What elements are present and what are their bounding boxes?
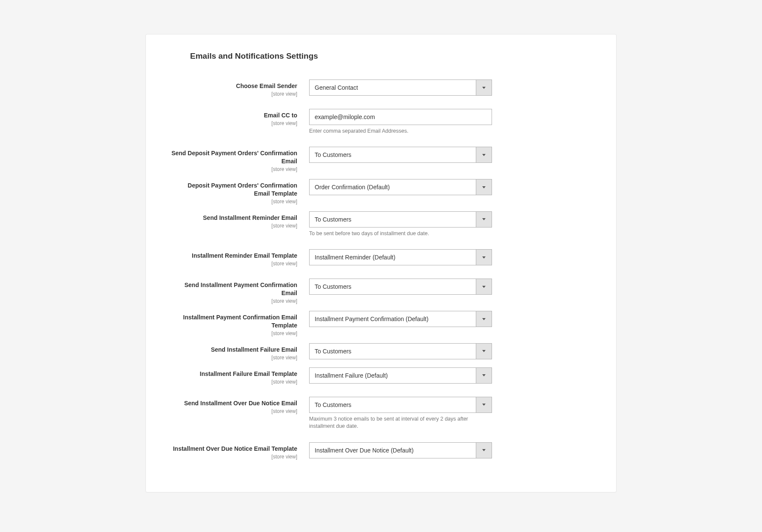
row-installment-failure-template: Installment Failure Email Template [stor… [171,367,591,385]
label-installment-reminder-template: Installment Reminder Email Template [192,252,297,259]
row-installment-overdue-template: Installment Over Due Notice Email Templa… [171,442,591,460]
scope-label: [store view] [171,330,297,336]
label-col: Send Deposit Payment Orders' Confirmatio… [171,147,309,172]
scope-label: [store view] [171,166,297,172]
label-installment-failure-send: Send Installment Failure Email [211,346,297,353]
field-col: To Customers [309,343,492,359]
select-installment-overdue-send[interactable]: To Customers [309,397,492,413]
row-deposit-confirm-send: Send Deposit Payment Orders' Confirmatio… [171,147,591,172]
help-installment-reminder: To be sent before two days of installmen… [309,230,492,238]
field-col: To Customers To be sent before two days … [309,211,492,238]
select-installment-payment-confirm-send[interactable]: To Customers [309,279,492,295]
settings-panel: Emails and Notifications Settings Choose… [145,34,617,492]
scope-label: [store view] [171,379,297,385]
label-col: Send Installment Reminder Email [store v… [171,211,309,229]
label-email-sender: Choose Email Sender [236,83,297,89]
select-deposit-confirm-send[interactable]: To Customers [309,147,492,163]
input-email-cc[interactable] [309,109,492,125]
field-col: To Customers [309,279,492,295]
help-installment-overdue: Maximum 3 notice emails to be sent at in… [309,415,492,430]
row-installment-payment-confirm-send: Send Installment Payment Confirmation Em… [171,279,591,304]
select-installment-reminder-template-control[interactable]: Installment Reminder (Default) [309,249,492,265]
label-col: Installment Failure Email Template [stor… [171,367,309,385]
row-installment-reminder-template: Installment Reminder Email Template [sto… [171,249,591,267]
label-col: Installment Reminder Email Template [sto… [171,249,309,267]
select-deposit-confirm-template[interactable]: Order Confirmation (Default) [309,179,492,195]
field-col: To Customers Maximum 3 notice emails to … [309,397,492,430]
select-installment-reminder-send[interactable]: To Customers [309,211,492,228]
select-email-sender[interactable]: General Contact [309,80,492,96]
scope-label: [store view] [171,261,297,267]
scope-label: [store view] [171,408,297,414]
row-deposit-confirm-template: Deposit Payment Orders' Confirmation Ema… [171,179,591,205]
label-installment-reminder-send: Send Installment Reminder Email [203,214,297,221]
field-col: General Contact [309,80,492,96]
field-col: Installment Over Due Notice (Default) [309,442,492,458]
label-col: Choose Email Sender [store view] [171,80,309,97]
select-installment-overdue-template-control[interactable]: Installment Over Due Notice (Default) [309,442,492,458]
label-installment-payment-confirm-send: Send Installment Payment Confirmation Em… [185,282,297,296]
label-col: Installment Over Due Notice Email Templa… [171,442,309,460]
label-col: Email CC to [store view] [171,109,309,126]
label-deposit-confirm-send: Send Deposit Payment Orders' Confirmatio… [171,150,297,165]
field-col: Installment Reminder (Default) [309,249,492,265]
select-installment-overdue-send-control[interactable]: To Customers [309,397,492,413]
label-col: Deposit Payment Orders' Confirmation Ema… [171,179,309,205]
row-installment-overdue-send: Send Installment Over Due Notice Email [… [171,397,591,430]
select-installment-payment-confirm-template-control[interactable]: Installment Payment Confirmation (Defaul… [309,311,492,327]
section-title: Emails and Notifications Settings [171,51,591,61]
select-installment-payment-confirm-template[interactable]: Installment Payment Confirmation (Defaul… [309,311,492,327]
label-deposit-confirm-template: Deposit Payment Orders' Confirmation Ema… [188,182,297,197]
scope-label: [store view] [171,91,297,97]
field-col: Installment Failure (Default) [309,367,492,384]
label-col: Installment Payment Confirmation Email T… [171,311,309,336]
select-installment-reminder-template[interactable]: Installment Reminder (Default) [309,249,492,265]
select-deposit-confirm-send-control[interactable]: To Customers [309,147,492,163]
scope-label: [store view] [171,355,297,361]
select-installment-failure-template[interactable]: Installment Failure (Default) [309,367,492,384]
label-col: Send Installment Failure Email [store vi… [171,343,309,361]
row-email-sender: Choose Email Sender [store view] General… [171,80,591,97]
select-installment-failure-template-control[interactable]: Installment Failure (Default) [309,367,492,384]
field-col: Installment Payment Confirmation (Defaul… [309,311,492,327]
select-deposit-confirm-template-control[interactable]: Order Confirmation (Default) [309,179,492,195]
select-email-sender-control[interactable]: General Contact [309,80,492,96]
field-col: Order Confirmation (Default) [309,179,492,195]
select-installment-overdue-template[interactable]: Installment Over Due Notice (Default) [309,442,492,458]
scope-label: [store view] [171,454,297,460]
select-installment-failure-send-control[interactable]: To Customers [309,343,492,359]
label-installment-failure-template: Installment Failure Email Template [200,370,297,377]
label-installment-payment-confirm-template: Installment Payment Confirmation Email T… [183,314,297,329]
row-installment-failure-send: Send Installment Failure Email [store vi… [171,343,591,361]
select-installment-failure-send[interactable]: To Customers [309,343,492,359]
help-email-cc: Enter comma separated Email Addresses. [309,128,492,135]
row-installment-reminder-send: Send Installment Reminder Email [store v… [171,211,591,238]
field-col: To Customers [309,147,492,163]
scope-label: [store view] [171,298,297,304]
label-installment-overdue-send: Send Installment Over Due Notice Email [184,400,297,407]
row-installment-payment-confirm-template: Installment Payment Confirmation Email T… [171,311,591,336]
label-installment-overdue-template: Installment Over Due Notice Email Templa… [173,445,297,452]
select-installment-payment-confirm-send-control[interactable]: To Customers [309,279,492,295]
label-col: Send Installment Over Due Notice Email [… [171,397,309,414]
select-installment-reminder-send-control[interactable]: To Customers [309,211,492,228]
scope-label: [store view] [171,120,297,126]
row-email-cc: Email CC to [store view] Enter comma sep… [171,109,591,135]
label-email-cc: Email CC to [264,112,297,119]
label-col: Send Installment Payment Confirmation Em… [171,279,309,304]
field-col: Enter comma separated Email Addresses. [309,109,492,135]
scope-label: [store view] [171,223,297,229]
scope-label: [store view] [171,199,297,205]
